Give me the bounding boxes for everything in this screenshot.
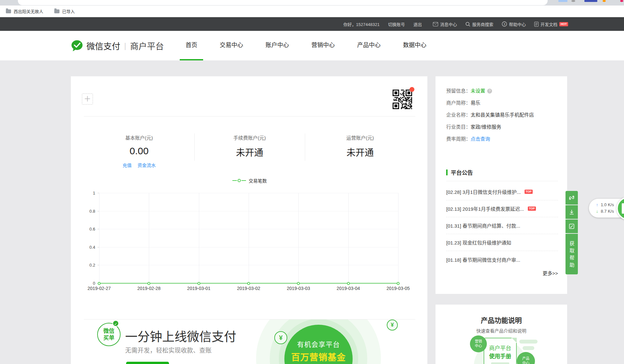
help-center-link[interactable]: ? 帮助中心 [502, 21, 526, 27]
x-tick-label: 2019-02-27 [87, 286, 111, 291]
plus-icon: ＋ [84, 95, 91, 103]
chart-plot: 00.20.40.60.81 [99, 193, 398, 283]
announcement-item[interactable]: [01.18] 春节期间微信支付商户审... [446, 251, 558, 268]
fee-account-column: 手续费账户(元) 未开通 [194, 131, 305, 170]
data-point-marker [297, 282, 300, 285]
nav-product-center[interactable]: 产品中心 [351, 31, 386, 60]
upload-arrow-icon: ↑ [596, 202, 598, 208]
funds-flow-link[interactable]: 资金流水 [137, 162, 156, 168]
divider [446, 181, 558, 181]
nav-transaction-center[interactable]: 交易中心 [214, 31, 249, 60]
legend-line-icon [241, 180, 246, 181]
service-link-button[interactable] [566, 191, 578, 205]
announcement-item[interactable]: [02.28] 3月1日微信支付升级维护... TOP [446, 183, 558, 200]
extension-icon[interactable] [558, 0, 567, 2]
nav-marketing-center[interactable]: 营销中心 [306, 31, 341, 60]
v-gridline [398, 193, 398, 283]
nav-account-center[interactable]: 账户中心 [260, 31, 295, 60]
nav-data-center[interactable]: 数据中心 [397, 31, 432, 60]
data-point-marker [98, 282, 101, 285]
x-tick-label: 2019-02-28 [137, 286, 161, 291]
announcement-label: [01.23] 现金红包升级维护通知 [446, 239, 511, 246]
illustration-pill [523, 346, 534, 350]
promo-line-2: 百万营销基金 [284, 350, 353, 363]
info-value: 家政/维修服务 [471, 123, 501, 131]
help-icon[interactable]: ? [487, 89, 492, 94]
announcements-list: [02.28] 3月1日微信支付升级维护... TOP [02.13] 2019… [446, 183, 558, 268]
data-point-marker [148, 282, 150, 285]
provider-search-link[interactable]: 服务商搜索 [465, 21, 493, 27]
announcements-header: 平台公告 [446, 168, 473, 176]
info-row-reserved: 预留信息： 未设置 ? [446, 87, 558, 94]
illustration-pill [519, 340, 538, 344]
message-center-link[interactable]: 消息中心 [433, 21, 457, 27]
chart-legend[interactable]: 交易笔数 [84, 176, 415, 184]
qr-code[interactable] [393, 90, 412, 109]
account-label: 手续费账户(元) [194, 134, 305, 141]
nav-home[interactable]: 首页 [180, 31, 203, 60]
feedback-button[interactable] [566, 220, 578, 233]
extension-icon[interactable] [620, 0, 623, 2]
extension-icon[interactable] [584, 0, 597, 2]
product-guide-card[interactable]: 产品功能说明 快速查看产品介绍和说明 商户平台 使用手册 营销中心 产品中心 [436, 305, 567, 364]
top-badge: TOP [525, 190, 532, 194]
info-value: 易乐 [471, 99, 480, 107]
rate-query-link[interactable]: 点击查询 [471, 135, 490, 143]
more-announcements-link[interactable]: 更多>> [542, 270, 558, 276]
switch-account-link[interactable]: 切换账号 [388, 21, 405, 27]
folder-icon [6, 9, 11, 13]
brand-separator: | [124, 41, 126, 50]
reserved-info-link[interactable]: 未设置 [471, 87, 485, 94]
announcement-item[interactable]: [02.13] 2019年1月手续费发票延迟... TOP [446, 200, 558, 217]
address-bar[interactable] [18, 0, 548, 5]
bookmark-folder[interactable]: 西出阳关无故人 [6, 8, 43, 14]
get-help-button[interactable]: 获取帮助 [566, 234, 578, 274]
folder-icon [54, 9, 59, 13]
marketing-center-badge: 营销中心 [470, 335, 487, 352]
chart-x-axis: 2019-02-272019-02-282019-03-012019-03-02… [99, 286, 398, 292]
bookmark-label: 已导入 [62, 8, 75, 14]
v-gridline [199, 193, 199, 283]
dev-docs-link[interactable]: 开发文档 HOT [534, 21, 568, 27]
logout-link[interactable]: 退出 [413, 21, 422, 27]
promo-banner[interactable]: 微信 买单 ✓ 一分钟上线微信支付 无需开发，轻松实现收款、查账 有机会享平台 … [71, 320, 427, 364]
message-center-label: 消息中心 [440, 21, 457, 27]
announcements-title: 平台公告 [451, 168, 473, 176]
dev-docs-label: 开发文档 [540, 21, 557, 27]
y-tick-label: 0.2 [89, 263, 95, 268]
extension-icon[interactable] [603, 0, 606, 2]
banner-action-button[interactable] [126, 362, 169, 364]
page-fold-icon [512, 338, 517, 343]
account-label: 运营账户(元) [305, 134, 415, 141]
floating-toolbar: 获取帮助 [566, 191, 578, 275]
y-tick-label: 0.4 [89, 245, 95, 249]
legend-line-icon [232, 180, 237, 181]
section-accent-bar [446, 169, 448, 175]
bookmark-folder[interactable]: 已导入 [54, 8, 75, 14]
announcement-item[interactable]: [01.31] 春节期间商户结算、付款... [446, 217, 558, 234]
y-tick-label: 1 [93, 191, 95, 195]
banner-title: 一分钟上线微信支付 [125, 327, 236, 345]
profile-avatar-icon[interactable] [571, 0, 575, 2]
stamp-text: 买单 [103, 334, 114, 341]
download-button[interactable] [566, 205, 578, 219]
banner-subtitle: 无需开发，轻松实现收款、查账 [125, 345, 212, 354]
x-tick-label: 2019-03-01 [187, 286, 211, 291]
dashboard-card: ＋ 基本账户(元) 0.00 充值 资金流水 手续费账户(元) 未开通 运营账户… [71, 76, 427, 364]
announcement-item[interactable]: [01.23] 现金红包升级维护通知 [446, 234, 558, 251]
info-label: 行业类目： [446, 123, 471, 131]
v-gridline [298, 193, 299, 283]
account-topbar: 你好，1527448321 切换账号 退出 消息中心 服务商搜索 ? 帮助中心 … [0, 17, 624, 31]
question-circle-icon: ? [502, 21, 507, 27]
product-guide-illustration: 商户平台 使用手册 营销中心 产品中心 [436, 337, 567, 364]
account-label: 基本账户(元) [84, 134, 194, 141]
v-gridline [348, 193, 349, 283]
manual-line-2: 使用手册 [484, 352, 516, 360]
main-nav: 首页 交易中心 账户中心 营销中心 产品中心 数据中心 [180, 31, 432, 60]
add-shortcut-button[interactable]: ＋ [82, 94, 93, 105]
brand-platform: 商户平台 [130, 40, 164, 52]
brand[interactable]: 微信支付 | 商户平台 [71, 31, 164, 60]
announcement-label: [02.13] 2019年1月手续费发票延迟... [446, 205, 524, 212]
recharge-link[interactable]: 充值 [123, 162, 132, 168]
account-value: 未开通 [194, 145, 305, 158]
